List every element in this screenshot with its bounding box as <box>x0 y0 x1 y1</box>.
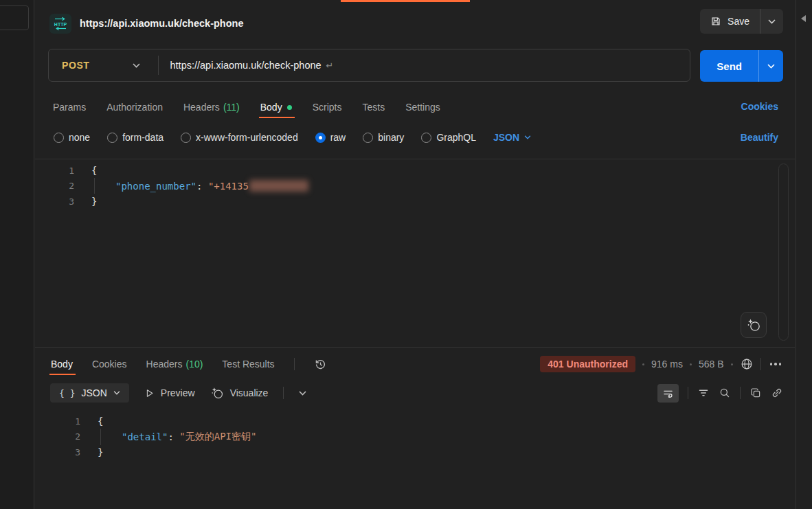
send-button-group: Send <box>700 50 783 82</box>
response-body-editor[interactable]: 1 { 2 "detail": "无效的API密钥" 3 } <box>35 411 795 509</box>
postbot-button[interactable] <box>741 312 767 338</box>
beautify-link[interactable]: Beautify <box>741 132 778 143</box>
line-number: 2 <box>35 431 80 442</box>
line-number: 2 <box>35 181 74 191</box>
response-tab-headers[interactable]: Headers(10) <box>146 359 203 370</box>
separator-dot <box>690 363 692 365</box>
response-panel: Body Cookies Headers(10) Test Results 40… <box>35 347 795 509</box>
tab-params[interactable]: Params <box>53 102 86 113</box>
radio-icon[interactable] <box>54 133 64 143</box>
response-time[interactable]: 916 ms <box>651 359 683 370</box>
more-options-icon[interactable] <box>768 363 784 365</box>
filter-icon[interactable] <box>697 387 710 399</box>
save-button-group: Save <box>700 9 783 34</box>
send-options-button[interactable] <box>758 50 783 82</box>
history-icon[interactable] <box>314 358 327 371</box>
tab-authorization[interactable]: Authorization <box>106 102 163 113</box>
method-chevron-down-icon[interactable] <box>133 63 140 68</box>
response-status-bar: 401 Unauthorized 916 ms 568 B <box>540 352 783 376</box>
tab-label: Authorization <box>106 102 163 113</box>
code-text: { <box>98 416 103 427</box>
response-size[interactable]: 568 B <box>699 359 724 370</box>
response-format-select[interactable]: { } JSON <box>50 383 129 403</box>
copy-icon[interactable] <box>749 387 762 399</box>
chevron-down-icon[interactable] <box>299 391 306 396</box>
tab-settings[interactable]: Settings <box>405 102 440 113</box>
tab-scripts[interactable]: Scripts <box>313 102 342 113</box>
radio-icon[interactable] <box>181 133 191 143</box>
code-text: "detail": "无效的API密钥" <box>98 431 256 443</box>
divider <box>740 387 741 399</box>
right-sidebar-strip[interactable] <box>796 0 812 509</box>
indent-guide <box>100 429 101 445</box>
visualize-button[interactable]: Visualize <box>210 386 269 400</box>
line-number: 1 <box>35 416 80 427</box>
tab-body[interactable]: Body <box>260 102 292 113</box>
tab-label: Scripts <box>313 102 342 113</box>
divider <box>294 358 295 370</box>
code-line: 1 { <box>35 163 795 179</box>
send-button-label: Send <box>717 60 742 72</box>
code-text: "phone_number": "+14135 <box>91 180 308 192</box>
mode-binary[interactable]: binary <box>363 132 404 143</box>
network-globe-icon[interactable] <box>740 357 754 371</box>
separator-dot <box>642 363 644 365</box>
separator-dot <box>731 363 733 365</box>
radio-icon[interactable] <box>363 133 373 143</box>
code-line: 2 "detail": "无效的API密钥" <box>35 429 795 445</box>
search-icon[interactable] <box>719 387 731 399</box>
mode-label: x-www-form-urlencoded <box>196 132 298 143</box>
mode-x-www-form-urlencoded[interactable]: x-www-form-urlencoded <box>181 132 298 143</box>
response-toolbar-right <box>657 381 783 405</box>
http-badge-label: HTTP <box>54 21 67 26</box>
radio-icon[interactable] <box>421 133 431 143</box>
response-tab-cookies[interactable]: Cookies <box>92 359 127 370</box>
sidebar-collapsed-item[interactable] <box>0 5 29 30</box>
mode-label: form-data <box>122 132 163 143</box>
tab-label: Body <box>51 359 73 370</box>
send-button[interactable]: Send <box>700 50 758 82</box>
save-options-button[interactable] <box>760 9 783 34</box>
tab-label: Test Results <box>222 359 274 370</box>
collapse-left-arrow-icon[interactable] <box>801 15 806 22</box>
response-tab-test-results[interactable]: Test Results <box>222 359 274 370</box>
save-button[interactable]: Save <box>700 9 760 34</box>
language-select[interactable]: JSON <box>493 132 531 143</box>
cookies-link[interactable]: Cookies <box>741 101 778 112</box>
response-tabs: Body Cookies Headers(10) Test Results <box>35 352 327 376</box>
modified-dot <box>287 105 292 110</box>
radio-checked-icon[interactable] <box>315 133 326 143</box>
tab-label: Headers <box>183 102 220 113</box>
redacted-value <box>249 180 308 192</box>
indent-guide <box>94 178 95 194</box>
url-input[interactable]: https://api.xiaomu.uk/check-phone <box>170 60 322 71</box>
code-line: 3 } <box>35 444 795 460</box>
left-sidebar-rail[interactable] <box>0 0 34 509</box>
method-select-value[interactable]: POST <box>62 60 90 71</box>
mode-raw[interactable]: raw <box>315 132 346 143</box>
tab-headers[interactable]: Headers(11) <box>183 102 240 113</box>
request-body-editor[interactable]: 1 { 2 "phone_number": "+14135 3 } <box>35 159 795 347</box>
tab-count: (10) <box>185 359 203 370</box>
mode-form-data[interactable]: form-data <box>107 132 163 143</box>
response-toolbar: { } JSON Preview <box>35 381 306 405</box>
tab-label: Params <box>53 102 86 113</box>
preview-button[interactable]: Preview <box>144 387 195 398</box>
url-enter-hint: ↵ <box>326 60 334 71</box>
link-icon[interactable] <box>771 387 783 399</box>
save-button-label: Save <box>728 16 749 27</box>
json-separator: : <box>168 431 179 442</box>
mode-graphql[interactable]: GraphQL <box>421 132 476 143</box>
response-tab-body[interactable]: Body <box>51 359 73 370</box>
mode-label: none <box>69 132 90 143</box>
preview-label: Preview <box>161 387 195 398</box>
tab-label: Settings <box>405 102 440 113</box>
tab-tests[interactable]: Tests <box>362 102 385 113</box>
wrap-text-button[interactable] <box>657 384 679 403</box>
editor-scrollbar-track[interactable] <box>778 163 789 341</box>
play-icon <box>144 388 155 398</box>
status-badge[interactable]: 401 Unauthorized <box>540 356 635 372</box>
mode-none[interactable]: none <box>54 132 90 143</box>
json-key: "detail" <box>122 431 168 442</box>
radio-icon[interactable] <box>107 133 117 143</box>
